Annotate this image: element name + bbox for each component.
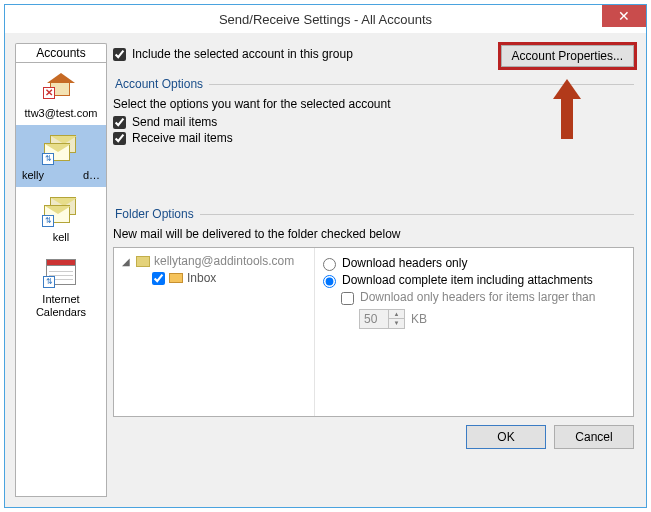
folder-icon bbox=[169, 273, 183, 283]
account-label: kell bbox=[18, 231, 104, 243]
tree-root[interactable]: ◢ kellytang@addintools.com bbox=[122, 254, 306, 268]
account-options-legend: Account Options bbox=[113, 77, 209, 91]
receive-mail-checkbox[interactable]: Receive mail items bbox=[113, 131, 634, 145]
close-icon[interactable]: ✕ bbox=[602, 5, 646, 27]
expand-icon[interactable]: ◢ bbox=[122, 256, 132, 267]
ok-button[interactable]: OK bbox=[466, 425, 546, 449]
include-account-label: Include the selected account in this gro… bbox=[132, 47, 353, 61]
send-mail-checkbox[interactable]: Send mail items bbox=[113, 115, 634, 129]
account-label: ttw3@test.com bbox=[18, 107, 104, 119]
folder-options-desc: New mail will be delivered to the folder… bbox=[113, 227, 634, 241]
download-headers-radio[interactable]: Download headers only bbox=[323, 256, 625, 271]
spinner-arrows-icon[interactable]: ▲▼ bbox=[388, 310, 404, 328]
envelope-icon: ⇅ bbox=[44, 135, 78, 163]
account-label: Internet Calendars bbox=[18, 293, 104, 319]
account-item-kell[interactable]: ⇅ kell bbox=[16, 187, 106, 249]
size-unit: KB bbox=[411, 312, 427, 326]
envelope-icon: ⇅ bbox=[44, 197, 78, 225]
send-mail-input[interactable] bbox=[113, 116, 126, 129]
window-title: Send/Receive Settings - All Accounts bbox=[5, 12, 646, 27]
calendar-icon: ⇅ bbox=[46, 259, 76, 285]
folder-options-legend: Folder Options bbox=[113, 207, 200, 221]
folder-tree[interactable]: ◢ kellytang@addintools.com Inbox bbox=[114, 248, 314, 416]
mailbox-icon bbox=[136, 256, 150, 267]
account-label: kelly d… bbox=[18, 169, 104, 181]
download-larger-checkbox[interactable]: Download only headers for items larger t… bbox=[341, 290, 625, 305]
account-item-ttw3[interactable]: ✕ ttw3@test.com bbox=[16, 63, 106, 125]
folder-options-group: Folder Options New mail will be delivere… bbox=[113, 207, 634, 417]
cancel-button[interactable]: Cancel bbox=[554, 425, 634, 449]
account-properties-button[interactable]: Account Properties... bbox=[501, 45, 634, 67]
tree-inbox[interactable]: Inbox bbox=[122, 271, 306, 285]
include-account-input[interactable] bbox=[113, 48, 126, 61]
inbox-checkbox[interactable] bbox=[152, 272, 165, 285]
download-complete-radio[interactable]: Download complete item including attachm… bbox=[323, 273, 625, 288]
titlebar: Send/Receive Settings - All Accounts ✕ bbox=[5, 5, 646, 33]
accounts-tab[interactable]: Accounts bbox=[15, 43, 107, 62]
house-icon: ✕ bbox=[47, 73, 75, 97]
receive-mail-input[interactable] bbox=[113, 132, 126, 145]
account-item-calendars[interactable]: ⇅ Internet Calendars bbox=[16, 249, 106, 325]
include-account-checkbox[interactable]: Include the selected account in this gro… bbox=[113, 47, 353, 61]
account-options-desc: Select the options you want for the sele… bbox=[113, 97, 634, 111]
size-spinner[interactable]: 50 ▲▼ bbox=[359, 309, 405, 329]
account-item-kelly[interactable]: ⇅ kelly d… bbox=[16, 125, 106, 187]
accounts-list: ✕ ttw3@test.com ⇅ kelly d… ⇅ kell bbox=[15, 62, 107, 497]
